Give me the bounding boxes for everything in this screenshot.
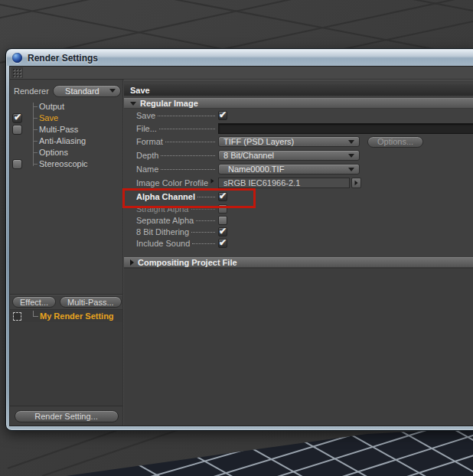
bit-dithering-label: 8 Bit Dithering bbox=[136, 227, 189, 236]
tree-item-label: Save bbox=[39, 113, 58, 122]
tree-item-label: Output bbox=[39, 102, 64, 111]
renderer-dropdown[interactable]: Standard bbox=[53, 85, 121, 97]
section-compositing-project-file[interactable]: Compositing Project File bbox=[124, 257, 473, 268]
checkmark-icon: ✔ bbox=[219, 237, 227, 248]
tree-item-antialiasing[interactable]: Anti-Aliasing bbox=[10, 135, 122, 147]
row-8bit-dithering: 8 Bit Dithering ✔ bbox=[124, 226, 473, 237]
row-name: Name Name0000.TIF bbox=[124, 162, 473, 176]
alpha-channel-label: Alpha Channel bbox=[136, 192, 195, 201]
panel-title: Save bbox=[124, 84, 473, 96]
straight-alpha-label: Straight Alpha bbox=[136, 204, 189, 214]
row-straight-alpha: Straight Alpha bbox=[124, 203, 473, 214]
format-value: TIFF (PSD Layers) bbox=[223, 137, 345, 146]
section-label: Compositing Project File bbox=[138, 258, 237, 267]
row-separate-alpha: Separate Alpha bbox=[124, 214, 473, 226]
tree-item-label: Options bbox=[39, 148, 68, 157]
row-include-sound: Include Sound ✔ bbox=[124, 237, 473, 249]
expand-right-icon bbox=[355, 181, 358, 185]
render-settings-window: Render Settings Renderer Standard bbox=[5, 48, 473, 431]
section-regular-image[interactable]: Regular Image bbox=[124, 98, 473, 109]
file-path-input[interactable] bbox=[218, 123, 473, 134]
tree-item-save[interactable]: ✔ Save bbox=[10, 112, 122, 124]
file-label: File... bbox=[136, 124, 157, 133]
tree-item-label: Anti-Aliasing bbox=[39, 136, 86, 145]
renderer-label: Renderer bbox=[14, 86, 49, 96]
depth-value: 8 Bit/Channel bbox=[223, 151, 345, 160]
cinema4d-app-icon bbox=[12, 53, 22, 63]
stereoscopic-enable-checkbox[interactable] bbox=[12, 159, 22, 169]
include-sound-label: Include Sound bbox=[136, 239, 190, 248]
settings-sidebar: Renderer Standard Output ✔ S bbox=[10, 80, 122, 425]
checkmark-icon: ✔ bbox=[219, 109, 227, 120]
format-dropdown[interactable]: TIFF (PSD Layers) bbox=[218, 136, 360, 147]
tree-item-output[interactable]: Output bbox=[10, 101, 122, 112]
depth-label: Depth bbox=[136, 151, 158, 160]
effect-button[interactable]: Effect... bbox=[12, 296, 56, 308]
checkmark-icon: ✔ bbox=[219, 226, 227, 236]
alpha-channel-checkbox[interactable]: ✔ bbox=[218, 192, 227, 201]
preset-name: My Render Setting bbox=[40, 311, 114, 321]
straight-alpha-checkbox[interactable] bbox=[218, 204, 227, 214]
color-profile-field[interactable]: sRGB IEC61966-2.1 bbox=[218, 178, 350, 188]
drag-grip-icon[interactable] bbox=[11, 67, 23, 78]
name-value: Name0000.TIF bbox=[223, 165, 345, 174]
multipass-button[interactable]: Multi-Pass... bbox=[60, 296, 122, 308]
renderer-value: Standard bbox=[58, 86, 106, 96]
format-options-button[interactable]: Options... bbox=[367, 136, 423, 148]
settings-tree: Output ✔ Save Multi-Pass Anti-Alia bbox=[10, 101, 122, 170]
row-format: Format TIFF (PSD Layers) Options... bbox=[124, 135, 473, 148]
window-content: Renderer Standard Output ✔ S bbox=[9, 66, 473, 426]
color-profile-label: Image Color Profile bbox=[136, 178, 208, 187]
row-depth: Depth 8 Bit/Channel bbox=[124, 148, 473, 162]
name-label: Name bbox=[136, 165, 158, 174]
checkmark-icon: ✔ bbox=[219, 191, 227, 201]
chevron-down-icon bbox=[348, 140, 354, 144]
collapse-down-icon bbox=[130, 102, 136, 106]
multipass-enable-checkbox[interactable] bbox=[12, 125, 22, 135]
row-image-color-profile: Image Color Profile sRGB IEC61966-2.1 bbox=[124, 176, 473, 190]
chevron-down-icon bbox=[348, 154, 354, 158]
color-profile-browse-button[interactable] bbox=[351, 178, 361, 188]
section-label: Regular Image bbox=[140, 99, 198, 108]
render-setting-icon bbox=[13, 312, 21, 321]
bit-dithering-checkbox[interactable]: ✔ bbox=[218, 227, 227, 236]
tree-item-multipass[interactable]: Multi-Pass bbox=[10, 124, 122, 135]
toolbar-row bbox=[10, 67, 473, 80]
window-titlebar[interactable]: Render Settings bbox=[7, 50, 473, 66]
tree-item-stereoscopic[interactable]: Stereoscopic bbox=[10, 158, 122, 170]
expand-right-icon[interactable] bbox=[211, 178, 214, 183]
save-enable-checkbox[interactable]: ✔ bbox=[12, 113, 22, 123]
row-alpha-channel: Alpha Channel ✔ bbox=[124, 190, 473, 203]
expand-right-icon bbox=[130, 259, 134, 266]
save-label: Save bbox=[136, 111, 155, 120]
checkmark-icon: ✔ bbox=[14, 112, 21, 122]
separate-alpha-label: Separate Alpha bbox=[136, 216, 194, 225]
tree-elbow-line bbox=[33, 311, 38, 317]
chevron-down-icon bbox=[109, 89, 116, 93]
row-file: File... bbox=[124, 122, 473, 135]
format-label: Format bbox=[136, 137, 163, 146]
window-title: Render Settings bbox=[28, 53, 98, 64]
preset-item-my-render-setting[interactable]: My Render Setting bbox=[10, 309, 122, 322]
row-save: Save ✔ bbox=[124, 109, 473, 122]
render-setting-button[interactable]: Render Setting... bbox=[15, 410, 119, 422]
separate-alpha-checkbox[interactable] bbox=[218, 216, 227, 225]
tree-item-options[interactable]: Options bbox=[10, 147, 122, 158]
tree-item-label: Stereoscopic bbox=[39, 159, 88, 168]
save-checkbox[interactable]: ✔ bbox=[218, 111, 227, 120]
include-sound-checkbox[interactable]: ✔ bbox=[218, 239, 227, 248]
tree-item-label: Multi-Pass bbox=[39, 125, 78, 134]
chevron-down-icon bbox=[348, 168, 354, 171]
name-dropdown[interactable]: Name0000.TIF bbox=[218, 164, 360, 174]
save-settings-panel: Save Regular Image Save ✔ File... bbox=[124, 80, 473, 425]
depth-dropdown[interactable]: 8 Bit/Channel bbox=[218, 150, 360, 161]
